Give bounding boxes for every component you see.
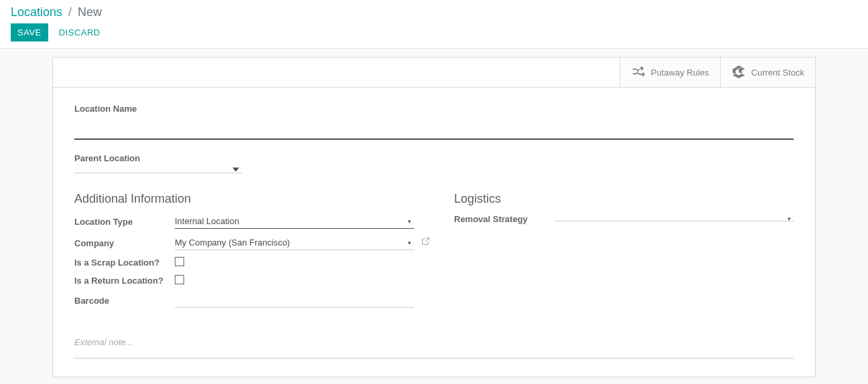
parent-location-label: Parent Location — [74, 153, 794, 163]
current-stock-label: Current Stock — [751, 68, 804, 78]
caret-down-icon: ▾ — [788, 215, 791, 222]
is-return-checkbox[interactable] — [175, 275, 184, 284]
is-scrap-row: Is a Scrap Location? — [74, 257, 414, 268]
location-name-group: Location Name — [74, 104, 794, 140]
location-type-label: Location Type — [74, 217, 175, 227]
control-panel: Locations / New Save Discard — [0, 0, 868, 49]
form-sheet: Putaway Rules Current Stock Location Nam… — [52, 57, 816, 377]
logistics-section: Logistics Removal Strategy ▾ — [454, 192, 794, 314]
is-scrap-label: Is a Scrap Location? — [74, 258, 175, 268]
putaway-rules-button[interactable]: Putaway Rules — [620, 58, 720, 87]
current-stock-button[interactable]: Current Stock — [720, 58, 815, 87]
action-buttons: Save Discard — [11, 23, 857, 41]
barcode-row: Barcode — [74, 293, 414, 308]
caret-down-icon: ▾ — [408, 218, 411, 225]
cubes-icon — [731, 64, 746, 81]
additional-info-title: Additional Information — [74, 192, 414, 206]
breadcrumb-current: New — [78, 5, 102, 19]
stat-button-box: Putaway Rules Current Stock — [53, 58, 815, 88]
barcode-label: Barcode — [74, 296, 175, 306]
company-value: My Company (San Francisco) — [175, 237, 290, 248]
breadcrumb-separator: / — [68, 5, 72, 19]
save-button[interactable]: Save — [11, 23, 48, 41]
location-name-label: Location Name — [74, 104, 794, 114]
parent-location-group: Parent Location — [74, 153, 794, 173]
form-body: Location Name Parent Location Additional… — [53, 88, 815, 377]
discard-button[interactable]: Discard — [52, 23, 107, 41]
external-link-icon[interactable] — [421, 237, 430, 248]
caret-down-icon — [232, 165, 239, 175]
additional-info-section: Additional Information Location Type Int… — [74, 192, 414, 314]
breadcrumb: Locations / New — [11, 5, 857, 19]
parent-location-select[interactable] — [74, 167, 242, 173]
removal-strategy-label: Removal Strategy — [454, 214, 555, 224]
removal-strategy-select[interactable]: ▾ — [555, 217, 794, 221]
external-note-input[interactable] — [74, 333, 794, 359]
is-return-label: Is a Return Location? — [74, 276, 175, 286]
company-label: Company — [74, 238, 175, 248]
is-return-row: Is a Return Location? — [74, 275, 414, 286]
is-scrap-checkbox[interactable] — [175, 257, 184, 266]
company-row: Company My Company (San Francisco) ▾ — [74, 235, 414, 250]
location-type-value: Internal Location — [175, 216, 239, 226]
two-column-layout: Additional Information Location Type Int… — [74, 192, 794, 314]
breadcrumb-locations[interactable]: Locations — [11, 5, 62, 19]
location-name-input[interactable] — [74, 118, 794, 140]
company-select[interactable]: My Company (San Francisco) ▾ — [175, 235, 414, 250]
logistics-title: Logistics — [454, 192, 794, 206]
location-type-select[interactable]: Internal Location ▾ — [175, 214, 414, 229]
removal-strategy-row: Removal Strategy ▾ — [454, 214, 794, 224]
location-type-row: Location Type Internal Location ▾ — [74, 214, 414, 229]
caret-down-icon: ▾ — [408, 239, 411, 246]
shuffle-icon — [631, 64, 646, 81]
barcode-input[interactable] — [175, 293, 414, 308]
putaway-rules-label: Putaway Rules — [651, 68, 709, 78]
